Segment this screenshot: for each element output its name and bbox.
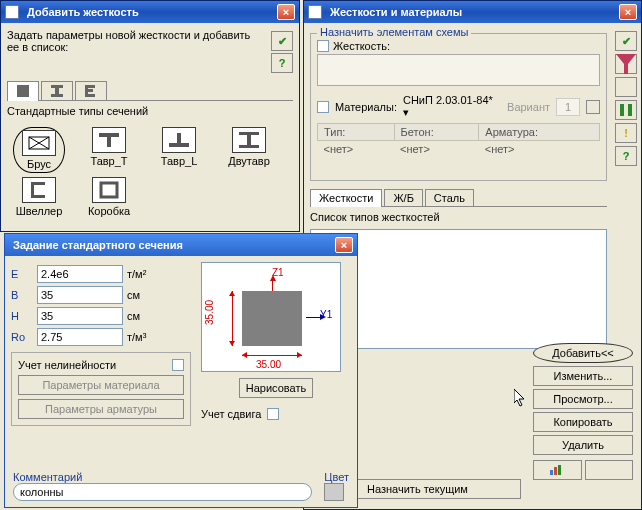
tab-steel[interactable]: Сталь: [425, 189, 474, 206]
list-label: Список типов жесткостей: [310, 211, 607, 223]
chart-icon[interactable]: [533, 460, 582, 480]
section-dvutavr[interactable]: Двутавр: [223, 127, 275, 173]
toolbar-info-icon[interactable]: !: [615, 123, 637, 143]
shear-label: Учет сдвига: [201, 408, 261, 420]
svg-marker-0: [616, 54, 636, 74]
section-preview: Z1 Y1 35.00 35.00: [201, 262, 341, 372]
col-arm: Арматура:: [479, 124, 600, 141]
rigidity-label: Жесткость:: [333, 40, 390, 52]
svg-rect-2: [628, 104, 632, 116]
axis-y-arrow-icon: [320, 314, 326, 320]
val-arm: <нет>: [479, 141, 600, 158]
label-e: E: [11, 268, 37, 280]
label-b: B: [11, 289, 37, 301]
copy-button[interactable]: Копировать: [533, 412, 633, 432]
unit-b: см: [127, 289, 140, 301]
input-e[interactable]: [37, 265, 123, 283]
svg-rect-1: [620, 104, 624, 116]
unit-e: т/м²: [127, 268, 146, 280]
comment-label: Комментарий: [13, 471, 312, 483]
tab-sections-ee[interactable]: [75, 81, 107, 100]
nonlin-checkbox[interactable]: [172, 359, 184, 371]
toolbar-apply-icon[interactable]: ✔: [615, 31, 637, 51]
dim-h: 35.00: [204, 300, 215, 325]
dim-w: 35.00: [256, 359, 281, 370]
app-icon: [5, 5, 19, 19]
svg-rect-11: [85, 85, 95, 88]
assign-group-title: Назначить элементам схемы: [317, 26, 471, 38]
app-icon: [308, 5, 322, 19]
materials-table: Тип: Бетон: Арматура: <нет> <нет> <нет>: [317, 123, 600, 157]
close-icon[interactable]: ×: [335, 237, 353, 253]
materials-checkbox[interactable]: [317, 101, 329, 113]
close-icon[interactable]: ×: [277, 4, 295, 20]
svg-rect-18: [107, 133, 111, 147]
edit-button[interactable]: Изменить...: [533, 366, 633, 386]
instruction-text: Задать параметры новой жесткости и добав…: [7, 29, 271, 75]
input-b[interactable]: [37, 286, 123, 304]
shear-checkbox[interactable]: [267, 408, 279, 420]
col-type: Тип:: [318, 124, 395, 141]
tab-sections-shapes[interactable]: [7, 81, 39, 101]
delete-button[interactable]: Удалить: [533, 435, 633, 455]
comment-input[interactable]: [13, 483, 312, 501]
section-korobka[interactable]: Коробка: [83, 177, 135, 217]
material-params-button: Параметры материала: [18, 375, 184, 395]
input-ro[interactable]: [37, 328, 123, 346]
label-h: H: [11, 310, 37, 322]
expand-icon[interactable]: [585, 460, 634, 480]
tab-rc[interactable]: Ж/Б: [384, 189, 422, 206]
variant-label: Вариант: [507, 101, 550, 113]
section-types-label: Стандартные типы сечений: [7, 105, 293, 117]
color-picker[interactable]: [324, 483, 344, 501]
input-h[interactable]: [37, 307, 123, 325]
section-shveller[interactable]: Швеллер: [13, 177, 65, 217]
section-tavr-t[interactable]: Тавр_T: [83, 127, 135, 173]
svg-rect-27: [101, 183, 117, 197]
nonlin-label: Учет нелинейности: [18, 359, 116, 371]
unit-h: см: [127, 310, 140, 322]
close-icon[interactable]: ×: [619, 4, 637, 20]
variant-picker-icon[interactable]: [586, 100, 600, 114]
tab-rigidities[interactable]: Жесткости: [310, 189, 382, 207]
right-toolbar: ✔ ! ?: [615, 31, 637, 166]
svg-rect-23: [239, 145, 259, 148]
section-dialog-title: Задание стандартного сечения: [9, 239, 335, 251]
section-brus[interactable]: Брус: [13, 127, 65, 173]
materials-label: Материалы:: [335, 101, 397, 113]
tab-sections-i[interactable]: [41, 81, 73, 100]
col-beton: Бетон:: [394, 124, 479, 141]
toolbar-filter-icon[interactable]: [615, 54, 637, 74]
svg-rect-9: [51, 94, 63, 97]
toolbar-help-icon[interactable]: ?: [615, 146, 637, 166]
val-type: <нет>: [318, 141, 395, 158]
toolbar-icon-4[interactable]: [615, 100, 637, 120]
add-button[interactable]: Добавить<<: [533, 343, 633, 363]
rigidity-checkbox[interactable]: [317, 40, 329, 52]
draw-button[interactable]: Нарисовать: [239, 378, 313, 398]
armature-params-button: Параметры арматуры: [18, 399, 184, 419]
materials-dropdown[interactable]: СНиП 2.03.01-84* ▾: [403, 94, 501, 119]
variant-input: [556, 98, 580, 116]
help-icon[interactable]: ?: [271, 53, 293, 73]
svg-rect-26: [31, 195, 45, 198]
view-button[interactable]: Просмотр...: [533, 389, 633, 409]
svg-rect-5: [558, 465, 561, 475]
apply-icon[interactable]: ✔: [271, 31, 293, 51]
section-shape: [242, 291, 302, 346]
section-tavr-l[interactable]: Тавр_L: [153, 127, 205, 173]
add-window-title: Добавить жесткость: [23, 6, 277, 18]
toolbar-icon-3[interactable]: [615, 77, 637, 97]
label-ro: Ro: [11, 331, 37, 343]
rigid-window-title: Жесткости и материалы: [326, 6, 619, 18]
svg-rect-20: [169, 143, 189, 147]
axis-z-arrow-icon: [270, 275, 276, 281]
color-label: Цвет: [324, 471, 349, 483]
svg-rect-4: [554, 467, 557, 475]
svg-rect-12: [85, 89, 93, 92]
cursor-icon: [514, 389, 528, 409]
svg-rect-3: [550, 470, 553, 475]
val-beton: <нет>: [394, 141, 479, 158]
svg-rect-6: [17, 85, 29, 97]
svg-rect-13: [85, 94, 95, 97]
